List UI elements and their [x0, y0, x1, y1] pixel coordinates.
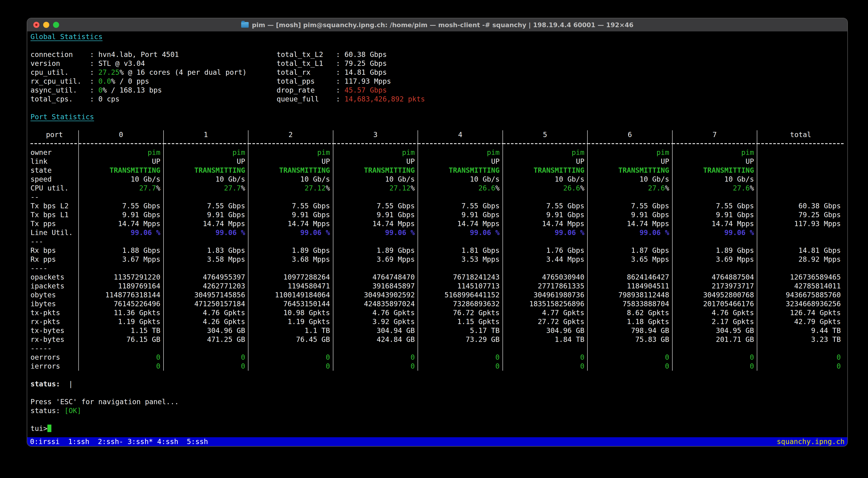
table-cell: 9.91 Gbps: [164, 210, 249, 219]
table-cell: 27.6%: [673, 184, 757, 193]
stat-value: % / 0 pps: [111, 77, 149, 85]
colon: :: [90, 68, 98, 76]
stat-key: rx_cpu_util.: [31, 77, 90, 86]
table-cell: 10.98 Gpkts: [248, 308, 333, 317]
row-label: tx-pkts: [31, 308, 79, 317]
table-cell: 0: [503, 362, 588, 371]
table-cell: 7.55 Gbps: [79, 202, 164, 210]
table-cell: 27.6%: [588, 184, 673, 193]
stat-value-green: 0: [98, 86, 102, 94]
global-stat-line: connection: hvn4.lab, Port 4501total_tx_…: [27, 50, 847, 59]
table-cell: 126736589465: [757, 273, 844, 282]
row-label: ibytes: [31, 300, 79, 308]
table-row-tx-bytes: tx-bytes1.15 TB304.96 GB1.1 TB304.94 GB5…: [31, 326, 844, 335]
table-cell: [418, 237, 503, 246]
table-cell: 73286893632: [418, 300, 503, 308]
table-cell: 1.18 Gpkts: [588, 317, 673, 326]
blank-line: [27, 415, 847, 424]
table-cell: 10977288264: [248, 273, 333, 282]
table-cell: [588, 139, 673, 148]
status-ok-line: status:[OK]: [27, 406, 847, 415]
stat-key: version: [31, 59, 90, 68]
blank-line: [27, 122, 847, 130]
prompt-label: tui>: [31, 424, 48, 433]
table-cell: 9.91 Gbps: [79, 210, 164, 219]
table-cell: [248, 264, 333, 273]
blank-line: [27, 41, 847, 50]
table-cell: [757, 344, 844, 353]
table-cell: 1.76 Gbps: [503, 246, 588, 255]
table-header-row: port01234567total: [31, 130, 844, 139]
cpu-value: 27.6: [733, 184, 750, 192]
table-cell: TRANSMITTING: [164, 166, 249, 175]
table-cell: UP: [418, 157, 503, 166]
close-button[interactable]: [33, 22, 39, 28]
table-cell: 14.74 Mpps: [333, 219, 418, 228]
tmux-hostname: squanchy.ipng.ch: [777, 437, 844, 446]
table-cell: 4.76 Gpkts: [673, 308, 757, 317]
minimize-button[interactable]: [43, 22, 49, 28]
table-row-obytes: obytes1148776318144304957145856110014918…: [31, 291, 844, 300]
cpu-value: 27.7: [139, 184, 156, 192]
stat-key: drop_rate: [277, 86, 336, 95]
stat-key: total_pps: [277, 77, 336, 86]
table-row-line-util-: Line Util.99.06 %99.06 %99.06 %99.06 %99…: [31, 228, 844, 237]
table-row-rx-pkts: rx-pkts1.19 Gpkts4.26 Gpkts1.19 Gpkts3.9…: [31, 317, 844, 326]
table-cell: 3234668936256: [757, 300, 844, 308]
table-cell: 304943902592: [333, 291, 418, 300]
table-cell: 10 Gb/s: [503, 175, 588, 184]
prompt-line[interactable]: tui>: [27, 424, 847, 433]
table-cell: 7.55 Gbps: [503, 202, 588, 210]
table-cell: pim: [503, 148, 588, 157]
table-cell: 14.81 Gbps: [757, 246, 844, 255]
table-cell: 1100149184064: [248, 291, 333, 300]
stat-key: total_rx: [277, 68, 336, 77]
status-ok-label: status:: [31, 407, 60, 415]
table-cell: 8.62 Gpkts: [588, 308, 673, 317]
table-cell: [79, 139, 164, 148]
table-cell: 424835897024: [333, 300, 418, 308]
colon: :: [90, 95, 98, 103]
table-separator-row: [31, 139, 844, 148]
table-cell: [164, 344, 249, 353]
stat-key: connection: [31, 50, 90, 59]
colon: :: [90, 50, 98, 59]
status-label: status:: [31, 380, 60, 388]
row-label: obytes: [31, 291, 79, 300]
table-cell: [503, 264, 588, 273]
table-cell: 3916845897: [333, 282, 418, 291]
percent-sign: %: [665, 184, 669, 192]
global-stat-right: total_tx_L1: 79.25 Gbps: [277, 59, 387, 68]
stat-value: % / 168.13 bps: [102, 86, 162, 94]
zoom-button[interactable]: [53, 22, 59, 28]
table-cell: 76.15 GB: [79, 335, 164, 344]
table-cell: 304957145856: [164, 291, 249, 300]
table-cell: UP: [164, 157, 249, 166]
stat-value-green: 0.0: [98, 77, 111, 85]
table-cell: 0: [673, 353, 757, 362]
percent-sign: %: [326, 184, 330, 192]
table-row-link: linkUPUPUPUPUPUPUPUP: [31, 157, 844, 166]
table-row-oerrors: oerrors000000000: [31, 353, 844, 362]
table-cell: 117.93 Mpps: [757, 219, 844, 228]
column-header: 4: [418, 130, 503, 139]
table-cell: 9436675885760: [757, 291, 844, 300]
stat-key: async_util.: [31, 86, 90, 95]
table-cell: 7.55 Gbps: [333, 202, 418, 210]
table-row-rx-bps: Rx bps1.88 Gbps1.83 Gbps1.89 Gbps1.89 Gb…: [31, 246, 844, 255]
table-row--: ----: [31, 264, 844, 273]
table-cell: 1.81 Gbps: [418, 246, 503, 255]
table-cell: 201.71 GB: [673, 335, 757, 344]
stat-key: cpu_util.: [31, 68, 90, 77]
global-stat-right: total_pps: 117.93 Mpps: [277, 77, 391, 86]
percent-sign: %: [750, 184, 754, 192]
table-cell: UP: [79, 157, 164, 166]
column-header: 2: [248, 130, 333, 139]
table-cell: 304952800768: [673, 291, 757, 300]
table-cell: TRANSMITTING: [248, 166, 333, 175]
table-cell: UP: [673, 157, 757, 166]
table-cell: 10 Gb/s: [164, 175, 249, 184]
row-label: ipackets: [31, 282, 79, 291]
row-label: rx-pkts: [31, 317, 79, 326]
table-row--: --: [31, 193, 844, 202]
